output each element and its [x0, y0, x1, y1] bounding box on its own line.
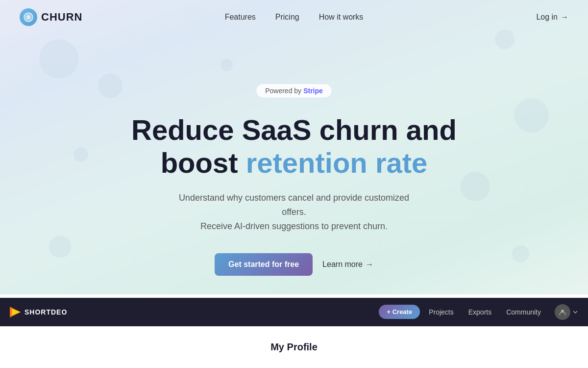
- avatar-chevron-icon: [572, 309, 578, 315]
- bottom-bar: SHORTDEO + Create Projects Exports Commu…: [0, 298, 588, 368]
- shortdeo-logo: SHORTDEO: [10, 307, 67, 317]
- shortdeo-projects-link[interactable]: Projects: [423, 305, 460, 319]
- navbar: CHURN Features Pricing How it works Log …: [0, 0, 588, 34]
- shortdeo-content: My Profile: [0, 326, 588, 368]
- nav-links: Features Pricing How it works: [225, 13, 364, 22]
- svg-marker-2: [12, 309, 21, 315]
- hero-section: Powered by Stripe Reduce SaaS churn and …: [0, 34, 588, 276]
- logo-text: CHURN: [41, 11, 82, 24]
- learn-more-button[interactable]: Learn more →: [322, 260, 373, 269]
- my-profile-heading: My Profile: [270, 342, 318, 353]
- nav-how-it-works[interactable]: How it works: [319, 13, 364, 21]
- shortdeo-exports-link[interactable]: Exports: [463, 305, 497, 319]
- powered-badge: Powered by Stripe: [256, 83, 332, 98]
- stripe-link[interactable]: Stripe: [303, 87, 323, 95]
- shortdeo-navbar: SHORTDEO + Create Projects Exports Commu…: [0, 298, 588, 326]
- shortdeo-logo-text: SHORTDEO: [24, 308, 67, 316]
- shortdeo-avatar[interactable]: [555, 304, 570, 320]
- login-button[interactable]: Log in →: [536, 13, 568, 22]
- get-started-button[interactable]: Get started for free: [215, 253, 313, 276]
- shortdeo-logo-icon: [10, 307, 21, 317]
- hero-buttons: Get started for free Learn more →: [215, 253, 373, 276]
- nav-features[interactable]: Features: [225, 13, 256, 21]
- shortdeo-nav-links: + Create Projects Exports Community: [379, 305, 547, 319]
- shortdeo-community-link[interactable]: Community: [500, 305, 547, 319]
- logo-link[interactable]: CHURN: [20, 8, 82, 26]
- hero-title: Reduce SaaS churn and boost retention ra…: [131, 114, 457, 179]
- logo-icon: [20, 8, 37, 26]
- hero-subtitle: Understand why customers cancel and prov…: [172, 191, 416, 233]
- shortdeo-create-button[interactable]: + Create: [379, 305, 420, 319]
- nav-pricing[interactable]: Pricing: [275, 13, 299, 21]
